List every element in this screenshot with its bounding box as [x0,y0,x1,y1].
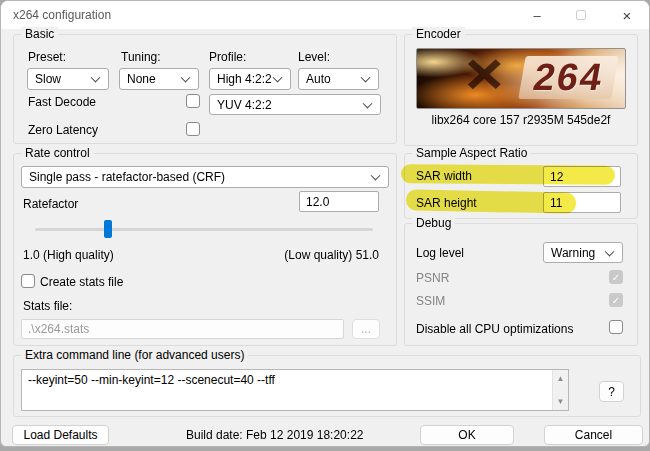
browse-stats-label: ... [361,322,371,336]
chevron-down-icon [91,73,101,83]
window-title: x264 configuration [13,8,111,22]
x264-logo: × 264 [416,48,626,109]
level-dropdown[interactable]: Auto [298,68,379,90]
ratefactor-slider-track[interactable] [35,228,373,231]
minimize-icon: – [533,8,540,23]
tuning-value: None [127,72,156,86]
level-label: Level: [298,50,330,64]
scroll-down-icon[interactable]: ▼ [553,397,568,406]
log-level-value: Warning [551,246,595,260]
disable-cpu-checkbox[interactable] [609,320,623,334]
rate-control-mode-dropdown[interactable]: Single pass - ratefactor-based (CRF) [21,166,389,188]
maximize-button [561,1,601,29]
encoder-version: libx264 core 157 r2935M 545de2f [404,113,638,127]
chevron-down-icon [605,246,615,256]
chevron-down-icon [363,98,373,108]
checkmark-icon: ✓ [612,272,620,283]
chevron-down-icon [371,171,381,181]
psnr-label: PSNR [416,271,449,285]
log-level-label: Log level [416,246,464,260]
extra-command-group-label: Extra command line (for advanced users) [21,348,248,362]
x264-logo-x: × [465,48,504,107]
ratefactor-input[interactable] [299,191,379,212]
sar-group-label: Sample Aspect Ratio [412,146,531,160]
close-icon: × [623,7,632,24]
build-date: Build date: Feb 12 2019 18:20:22 [186,428,363,442]
chevron-down-icon [273,73,283,83]
sar-height-highlight [406,189,576,214]
minimize-button[interactable]: – [517,1,557,29]
colorspace-value: YUV 4:2:2 [217,98,272,112]
browse-stats-button: ... [352,319,380,339]
level-value: Auto [306,72,331,86]
extra-command-box: --keyint=50 --min-keyint=12 --scenecut=4… [21,369,569,411]
help-button-label: ? [608,385,615,399]
fast-decode-checkbox[interactable] [186,94,200,108]
sar-width-highlight [401,164,615,184]
command-scrollbar[interactable]: ▲ ▼ [552,370,568,410]
create-stats-label: Create stats file [40,275,123,289]
title-bar: x264 configuration – × [1,1,649,29]
stats-file-input [21,319,344,339]
chevron-down-icon [181,73,191,83]
profile-value: High 4:2:2 [217,72,272,86]
cancel-button[interactable]: Cancel [544,425,643,445]
tuning-dropdown[interactable]: None [119,68,199,90]
close-button[interactable]: × [605,1,649,29]
maximize-icon [576,10,586,20]
zero-latency-label: Zero Latency [28,123,98,137]
ssim-label: SSIM [416,294,445,308]
stats-file-label: Stats file: [23,299,72,313]
encoder-group-label: Encoder [412,27,465,41]
create-stats-checkbox[interactable] [21,274,35,288]
zero-latency-checkbox[interactable] [186,122,200,136]
fast-decode-label: Fast Decode [28,95,96,109]
debug-group-label: Debug [412,216,455,230]
psnr-checkbox: ✓ [609,270,623,284]
scroll-up-icon[interactable]: ▲ [553,374,568,383]
rate-control-mode-value: Single pass - ratefactor-based (CRF) [29,170,225,184]
ssim-checkbox: ✓ [609,293,623,307]
log-level-dropdown[interactable]: Warning [543,242,623,263]
profile-dropdown[interactable]: High 4:2:2 [209,68,291,90]
quality-scale-min: 1.0 (High quality) [23,248,114,262]
ok-button-label: OK [458,428,475,442]
help-button[interactable]: ? [599,381,624,402]
load-defaults-label: Load Defaults [23,428,97,442]
tuning-label: Tuning: [121,50,161,64]
ok-button[interactable]: OK [420,425,514,445]
extra-command-input[interactable]: --keyint=50 --min-keyint=12 --scenecut=4… [22,370,552,410]
checkmark-icon: ✓ [612,295,620,306]
load-defaults-button[interactable]: Load Defaults [12,425,109,445]
ratefactor-slider-thumb[interactable] [104,220,112,238]
preset-dropdown[interactable]: Slow [27,68,109,90]
rate-control-group-label: Rate control [21,146,94,160]
disable-cpu-label: Disable all CPU optimizations [416,322,573,336]
colorspace-dropdown[interactable]: YUV 4:2:2 [209,94,381,115]
preset-label: Preset: [28,50,66,64]
ratefactor-label: Ratefactor [23,197,78,211]
cancel-button-label: Cancel [575,428,612,442]
x264-configuration-dialog: x264 configuration – × Basic Preset: Tun… [0,0,650,447]
preset-value: Slow [35,72,61,86]
profile-label: Profile: [209,50,246,64]
basic-group-label: Basic [21,27,58,41]
x264-logo-number: 264 [518,56,619,99]
quality-scale-max: (Low quality) 51.0 [201,248,379,262]
chevron-down-icon [361,73,371,83]
